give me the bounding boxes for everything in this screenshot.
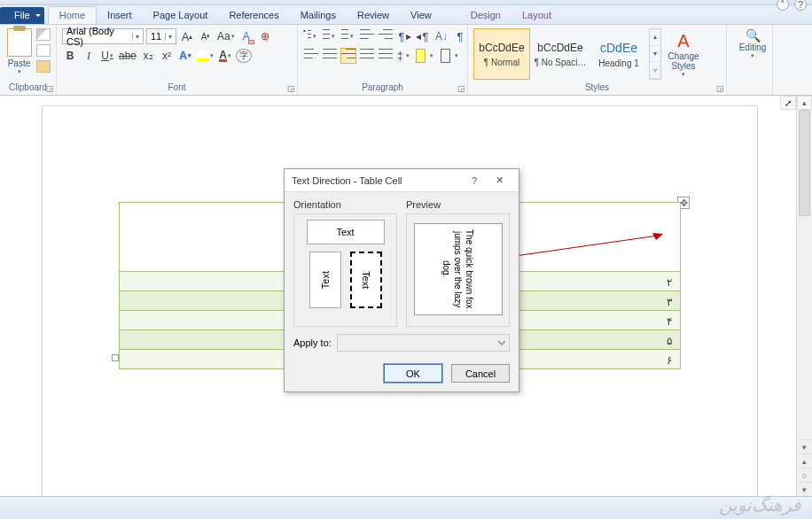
font-name-combo[interactable]: Arial (Body CS)▾: [62, 28, 144, 44]
numbering-button[interactable]: ▾: [322, 28, 338, 44]
dialog-title: Text Direction - Table Cell: [292, 175, 462, 186]
tab-mailings[interactable]: Mailings: [290, 7, 347, 24]
row-number: ۴: [667, 315, 672, 328]
underline-button[interactable]: U▾: [99, 48, 115, 64]
sort-button[interactable]: A↓: [433, 28, 449, 44]
increase-indent-button[interactable]: [378, 28, 394, 44]
row-number: ۶: [667, 354, 672, 367]
title-bar: ˄ ?: [0, 0, 812, 5]
align-left-button[interactable]: [303, 48, 319, 64]
tab-file[interactable]: File: [0, 7, 44, 24]
scroll-down-button[interactable]: ▾: [797, 439, 812, 453]
ribbon: Paste ▾ Clipboard ◲ Arial (Body CS)▾ 11▾…: [0, 25, 812, 96]
orientation-fieldset: Orientation Text Text Text: [293, 199, 397, 327]
enclose-characters-button[interactable]: 字: [236, 49, 252, 63]
previous-page-button[interactable]: ▴: [797, 453, 812, 468]
font-size-combo[interactable]: 11▾: [146, 28, 176, 44]
group-paragraph: •▾ ▾ ▾ ¶▸ ◂¶ A↓ ¶ ‡▾ ▾ ▾ Paragraph ◲: [298, 25, 468, 95]
highlight-icon: [197, 50, 209, 61]
dialog-help-button[interactable]: ?: [462, 172, 487, 190]
change-case-button[interactable]: Aa▾: [216, 28, 236, 44]
orientation-vertical-left[interactable]: Text: [309, 252, 341, 308]
preview-label: Preview: [406, 199, 510, 210]
clipboard-launcher-icon[interactable]: ◲: [44, 83, 55, 94]
italic-button[interactable]: I: [81, 48, 97, 64]
object-select-icon[interactable]: ⤢: [780, 96, 796, 110]
grow-font-button[interactable]: A▴: [179, 28, 195, 44]
editing-button[interactable]: 🔍 Editing ▾: [732, 28, 773, 59]
show-marks-button[interactable]: ¶: [452, 28, 468, 44]
rtl-direction-button[interactable]: ◂¶: [415, 28, 431, 44]
text-direction-dialog: Text Direction - Table Cell ? ✕ Orientat…: [284, 168, 519, 392]
ltr-direction-button[interactable]: ¶▸: [396, 28, 412, 44]
group-clipboard: Paste ▾ Clipboard ◲: [0, 25, 57, 95]
borders-button[interactable]: ▾: [440, 48, 462, 64]
browse-object-button[interactable]: ○: [797, 468, 812, 482]
bullets-button[interactable]: •▾: [303, 28, 319, 44]
subscript-button[interactable]: x₂: [140, 48, 156, 64]
format-painter-icon[interactable]: [36, 60, 51, 73]
shading-button[interactable]: ▾: [415, 48, 437, 64]
style-heading-1[interactable]: cDdEe Heading 1: [590, 28, 647, 80]
help-icon[interactable]: ?: [794, 0, 807, 11]
tab-view[interactable]: View: [400, 7, 442, 24]
row-number: ۵: [667, 335, 672, 347]
tab-references[interactable]: References: [218, 7, 289, 24]
tab-insert[interactable]: Insert: [97, 7, 143, 24]
ribbon-tabs: File Home Insert Page Layout References …: [0, 5, 812, 25]
apply-to-label: Apply to:: [293, 337, 332, 348]
change-styles-button[interactable]: A Change Styles ▾: [663, 28, 704, 80]
apply-to-select: [337, 334, 510, 352]
table-resize-handle-icon[interactable]: [112, 354, 119, 361]
change-styles-icon: A: [677, 31, 689, 51]
align-center-button[interactable]: [322, 48, 338, 64]
ok-button[interactable]: OK: [384, 364, 442, 383]
group-label-font: Font: [62, 81, 292, 93]
paste-button[interactable]: Paste ▾: [5, 28, 33, 75]
group-styles: bCcDdEe ¶ Normal bCcDdEe ¶ No Spaci… cDd…: [468, 25, 727, 95]
justify-button[interactable]: [359, 48, 375, 64]
phonetic-guide-button[interactable]: ⊕: [257, 28, 273, 44]
paragraph-launcher-icon[interactable]: ◲: [456, 83, 466, 94]
font-launcher-icon[interactable]: ◲: [285, 83, 296, 94]
tab-page-layout[interactable]: Page Layout: [143, 7, 219, 24]
row-number: ۲: [667, 276, 672, 289]
style-no-spacing[interactable]: bCcDdEe ¶ No Spaci…: [532, 28, 589, 80]
orientation-label: Orientation: [293, 199, 397, 210]
font-color-button[interactable]: A▾: [217, 48, 233, 64]
decrease-indent-button[interactable]: [359, 28, 375, 44]
copy-icon[interactable]: [36, 44, 51, 57]
style-normal[interactable]: bCcDdEe ¶ Normal: [473, 28, 530, 80]
align-right-button[interactable]: [340, 48, 356, 64]
cut-icon[interactable]: [36, 28, 51, 41]
highlight-button[interactable]: ▾: [196, 48, 215, 64]
clear-formatting-button[interactable]: A: [238, 28, 254, 44]
multilevel-button[interactable]: ▾: [340, 28, 356, 44]
tab-layout[interactable]: Layout: [511, 7, 562, 24]
strikethrough-button[interactable]: abe: [118, 48, 137, 64]
dialog-close-button[interactable]: ✕: [487, 172, 511, 190]
scroll-up-button[interactable]: ▴: [797, 96, 812, 110]
bold-button[interactable]: B: [62, 48, 78, 64]
distributed-button[interactable]: [378, 48, 394, 64]
styles-scroll[interactable]: ▴▾▿: [649, 28, 661, 80]
cancel-button[interactable]: Cancel: [451, 364, 510, 383]
eraser-icon: [248, 40, 254, 44]
line-spacing-button[interactable]: ‡▾: [396, 48, 412, 64]
tab-review[interactable]: Review: [347, 7, 400, 24]
tab-home[interactable]: Home: [48, 6, 97, 24]
group-label-paragraph: Paragraph: [303, 81, 462, 93]
vertical-scrollbar[interactable]: ▴ ▾ ▴ ○ ▾: [796, 96, 812, 496]
text-effects-button[interactable]: A▾: [177, 48, 193, 64]
superscript-button[interactable]: x²: [159, 48, 175, 64]
tab-design[interactable]: Design: [460, 7, 511, 24]
preview-box: The quick brown fox jumps over the lazy …: [414, 223, 503, 315]
styles-launcher-icon[interactable]: ◲: [714, 83, 725, 94]
scroll-thumb[interactable]: [799, 110, 810, 216]
shrink-font-button[interactable]: A▾: [198, 28, 214, 44]
minimize-ribbon-icon[interactable]: ˄: [777, 0, 789, 11]
shading-icon: [416, 49, 426, 63]
orientation-horizontal[interactable]: Text: [307, 220, 385, 244]
orientation-vertical-right[interactable]: Text: [350, 252, 382, 308]
dialog-titlebar[interactable]: Text Direction - Table Cell ? ✕: [285, 169, 519, 192]
